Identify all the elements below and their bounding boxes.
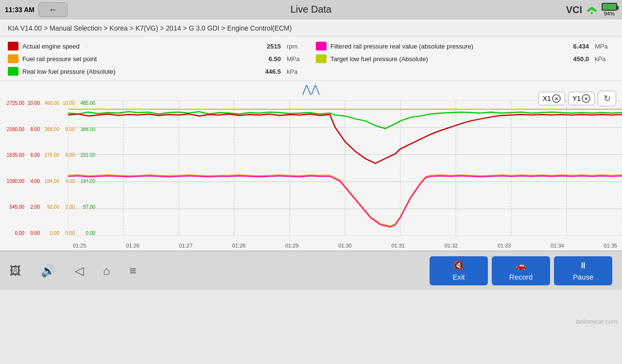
exit-button[interactable]: 🔇 Exit (430, 256, 488, 285)
record-button[interactable]: 🚗 Record (492, 256, 550, 285)
legend-value-3: 450.0 (565, 55, 589, 63)
collapse-arrow[interactable]: ⋀⋀ (302, 83, 320, 96)
back-nav-icon[interactable]: ◁ (75, 264, 84, 278)
legend-unit-0: rpm (287, 43, 306, 50)
refresh-button[interactable]: ↻ (598, 91, 616, 106)
legend-name-0: Actual engine speed (22, 43, 253, 50)
legend-color-2 (8, 54, 18, 63)
legend-color-1 (316, 42, 327, 50)
menu-icon[interactable]: ≡ (130, 264, 137, 278)
legend-value-0: 2515 (257, 43, 281, 50)
y1-circle-icon: ✕ (582, 94, 590, 103)
legend-unit-3: kPa (595, 55, 614, 63)
legend-item-4: Real low fuel pressure (Absolute) 446.5 … (8, 66, 306, 77)
y-axis-orange: 460.00 368.00 276.00 184.00 92.00 0.00 (41, 100, 60, 236)
legend-item-1: Filtered rail pressure real value (absol… (316, 41, 614, 51)
axis-controls[interactable]: X1 ✕ Y1 ✕ ↻ (538, 91, 616, 106)
chart-svg-wrapper (68, 100, 622, 236)
chart-container: ⋀⋀ X1 ✕ Y1 ✕ ↻ 2725.00 2180.00 1635.00 1… (0, 81, 622, 251)
back-button[interactable]: ← (38, 2, 68, 17)
bottom-buttons: 🔇 Exit 🚗 Record ⏸ Pause (430, 256, 612, 285)
legend-color-4 (8, 67, 18, 76)
legend-item-2: Fuel rail pressure set point 6.50 MPa (8, 53, 306, 64)
exit-icon: 🔇 (453, 260, 464, 271)
x1-button[interactable]: X1 ✕ (538, 92, 565, 105)
legend-name-1: Filtered rail pressure real value (absol… (330, 43, 561, 50)
legend-name-4: Real low fuel pressure (Absolute) (22, 68, 253, 75)
page-title: Live Data (291, 4, 332, 15)
status-bar: 11:33 AM ← Live Data VCI 94% (0, 0, 622, 19)
legend-value-2: 6.50 (257, 55, 281, 63)
y-axis-red-sub: 10.00 8.00 6.00 4.00 2.00 0.00 (25, 100, 41, 236)
battery-indicator: 94% (602, 3, 617, 17)
breadcrumb: KIA V14.00 > Manual Selection > Korea > … (0, 19, 622, 37)
nav-items: 🖼 🔊 ◁ ⌂ ≡ (10, 264, 430, 278)
legend-item-0: Actual engine speed 2515 rpm (8, 41, 306, 51)
watermark-text: bekomcar.com (576, 318, 617, 325)
vci-label: VCI (566, 4, 582, 16)
x1-circle-icon: ✕ (552, 94, 561, 103)
wifi-icon (586, 5, 598, 14)
y-axis-red: 2725.00 2180.00 1635.00 1090.00 545.00 0… (0, 100, 25, 236)
watermark: bekomcar.com (0, 318, 622, 325)
legend-unit-2: MPa (287, 55, 306, 63)
legend-unit-4: kPa (287, 68, 306, 75)
legend-unit-1: MPa (595, 43, 614, 50)
svg-point-0 (591, 12, 593, 14)
legend-value-1: 6.434 (565, 43, 589, 50)
home-icon[interactable]: ⌂ (103, 264, 110, 278)
battery-percent: 94% (604, 11, 615, 17)
chart-svg (68, 100, 622, 236)
legend-value-4: 446.5 (257, 68, 281, 75)
gallery-icon[interactable]: 🖼 (10, 264, 21, 278)
record-icon: 🚗 (516, 260, 526, 271)
legend-name-2: Fuel rail pressure set point (22, 55, 253, 63)
legend-item-3: Target low fuel pressure (Absolute) 450.… (316, 53, 614, 64)
record-label: Record (509, 273, 533, 281)
exit-label: Exit (452, 273, 465, 281)
pause-label: Pause (573, 273, 594, 281)
legend-name-3: Target low fuel pressure (Absolute) (330, 55, 561, 63)
y1-button[interactable]: Y1 ✕ (568, 92, 595, 105)
x-axis: 01:25 01:26 01:27 01:28 01:29 01:30 01:3… (68, 243, 622, 248)
time-display: 11:33 AM (5, 6, 35, 14)
legend-grid: Actual engine speed 2515 rpm Filtered ra… (8, 41, 614, 77)
bottom-nav: 🖼 🔊 ◁ ⌂ ≡ 🔇 Exit 🚗 Record ⏸ Pause (0, 251, 622, 290)
legend-color-0 (8, 42, 18, 50)
volume-icon[interactable]: 🔊 (41, 264, 55, 278)
legend-color-3 (316, 54, 327, 63)
legend: Actual engine speed 2515 rpm Filtered ra… (0, 37, 622, 81)
pause-icon: ⏸ (579, 261, 587, 271)
pause-button[interactable]: ⏸ Pause (554, 256, 612, 285)
